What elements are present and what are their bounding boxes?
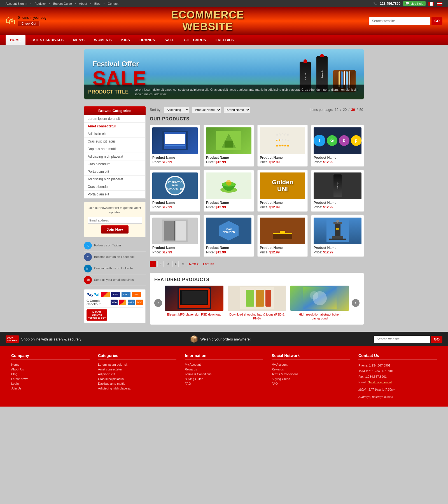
email-link[interactable]: ✉ Send us your email enquiries [84, 274, 146, 286]
register-link[interactable]: Register [34, 2, 46, 5]
product-card-9[interactable]: Product Name Price: $12.99 [150, 215, 200, 257]
footer-home[interactable]: Home [11, 363, 90, 366]
featured-item-1[interactable]: Elegant MP3 player skin PSD download [165, 286, 223, 321]
nav-gift-cards[interactable]: GIFT CARDS [179, 35, 210, 45]
page-5[interactable]: 5 [180, 261, 186, 267]
carousel-prev-button[interactable]: ‹ [154, 299, 162, 307]
featured-item-3[interactable]: High resolution abstract bokeh backgroun… [290, 286, 349, 321]
us-flag[interactable] [437, 2, 442, 6]
about-link[interactable]: About [79, 2, 87, 5]
search-input[interactable] [369, 17, 430, 25]
nav-latest-arrivals[interactable]: LATEST ARRIVALS [26, 35, 68, 45]
product-card-6[interactable]: Product Name Price: $12.99 [204, 170, 254, 212]
nav-brands[interactable]: BRANDS [135, 35, 160, 45]
cat-item-4[interactable]: Dapibus ante mattis [84, 145, 145, 153]
cat-item-2[interactable]: Adipiscin elit [84, 130, 145, 138]
buyers-guide-link[interactable]: Buyers Guide [53, 2, 72, 5]
featured-item-2[interactable]: Download shopping bag & icons (PSD & PNG… [228, 286, 286, 321]
cat-item-10[interactable]: Porta diam elit [84, 191, 145, 198]
live-help-button[interactable]: 💬 Live Help [403, 1, 426, 6]
facebook-link[interactable]: f Become our fan on Facebook [84, 251, 146, 263]
cat-item-0[interactable]: Lorem ipsum dolor sit [84, 115, 145, 123]
carousel-next-button[interactable]: › [352, 299, 360, 307]
cat-item-5[interactable]: Adipiscing nibh placerat [84, 153, 145, 160]
product-card-8[interactable]: brandly Product Name Price: $12.99 [311, 170, 364, 212]
product-card-4[interactable]: t G b p Product Name Price: $12.99 [311, 125, 364, 167]
product-card-5[interactable]: SATISFACTION100%GUARANTEE Product Name P… [150, 170, 200, 212]
footer-social-terms[interactable]: Terms & Conditions [272, 372, 350, 376]
twitter-link[interactable]: t Follow us on Twitter [84, 240, 146, 251]
ipp-30[interactable]: 30 [351, 108, 355, 112]
account-signin-link[interactable]: Account Sign In [6, 2, 27, 5]
product-card-11[interactable]: Product Name Price: $12.99 [257, 215, 308, 257]
page-3[interactable]: 3 [165, 261, 171, 267]
featured-name-3: High resolution abstract bokeh backgroun… [290, 312, 349, 321]
product-card-10[interactable]: 100%SECURED Product Name Price: $12.99 [204, 215, 254, 257]
ipp-12[interactable]: 12 [335, 108, 339, 112]
search-go-button[interactable]: GO [431, 17, 442, 25]
cat-item-9[interactable]: Cras bibendum [84, 183, 145, 191]
product-name-2: Product Name [206, 156, 251, 160]
footer-latest-news[interactable]: Latest News [11, 377, 90, 381]
footer-terms[interactable]: Terms & Conditions [185, 372, 263, 376]
page-last[interactable]: Last >> [202, 262, 216, 266]
cat-item-6[interactable]: Cras bibendum [84, 160, 145, 168]
nav-mens[interactable]: MEN'S [69, 35, 89, 45]
footer-my-account[interactable]: My Account [185, 363, 263, 366]
contact-link[interactable]: Contact [108, 2, 118, 5]
footer-join-us[interactable]: Join Us [11, 387, 90, 390]
footer-cat-1[interactable]: Lorem ipsum dolor sit [98, 363, 176, 366]
product-card-12[interactable]: Product Name Price: $12.99 [311, 215, 364, 257]
newsletter-email-input[interactable] [88, 217, 142, 224]
footer-search-go-button[interactable]: GO [431, 336, 442, 343]
footer-cat-6[interactable]: Adipiscing nibh placerat [98, 387, 176, 390]
brand-icon-p: p [351, 135, 361, 146]
category-list: Lorem ipsum dolor sit Amet consectetur A… [84, 115, 146, 199]
cat-item-1[interactable]: Amet consectetur [84, 123, 145, 130]
footer-cat-4[interactable]: Cras suscipit lacus [98, 377, 176, 381]
footer-buying-guide[interactable]: Buying Guide [185, 377, 263, 381]
sort-ascending-select[interactable]: Ascending Descending [164, 106, 190, 113]
footer-social-rewards[interactable]: Rewards [272, 368, 350, 371]
footer-search-input[interactable] [374, 336, 430, 343]
product-card-3[interactable]: ☆☆☆☆☆ ★★☆☆☆ ★★★★★ Product Name Price: $1… [257, 125, 308, 167]
mc-logo-2 [119, 300, 126, 305]
blog-link[interactable]: Blog [94, 2, 101, 5]
nav-freebies[interactable]: FREEBIES [211, 35, 238, 45]
page-next[interactable]: Next > [188, 262, 200, 266]
sort-product-name-select[interactable]: Product Name Price Date [192, 106, 221, 113]
footer-cat-3[interactable]: Adipiscin elit [98, 372, 176, 376]
sort-brand-name-select[interactable]: Brand Name Brand A Brand B [223, 106, 250, 113]
join-now-button[interactable]: Join Now [101, 225, 129, 234]
footer-about-us[interactable]: About Us [11, 368, 90, 371]
page-1[interactable]: 1 [150, 261, 156, 267]
product-card-2[interactable]: Product Name Price: $12.99 [204, 125, 254, 167]
nav-home[interactable]: HOME [6, 35, 25, 45]
footer-rewards[interactable]: Rewards [185, 368, 263, 371]
product-card-1[interactable]: Product Name Price: $12.99 [150, 125, 200, 167]
footer-cat-2[interactable]: Amet consectetur [98, 368, 176, 371]
nav-womens[interactable]: WOMEN'S [90, 35, 116, 45]
footer-faq[interactable]: FAQ [185, 382, 263, 385]
page-4[interactable]: 4 [172, 261, 179, 267]
footer-cat-5[interactable]: Dapibus ante mattis [98, 382, 176, 385]
nav-kids[interactable]: KIDS [117, 35, 134, 45]
footer-social-my-account[interactable]: My Account [272, 363, 350, 366]
nav-sale[interactable]: SALE [160, 35, 179, 45]
footer-blog[interactable]: Blog [11, 372, 90, 376]
cat-item-7[interactable]: Porta diam elit [84, 168, 145, 176]
ipp-50[interactable]: 50 [360, 108, 363, 112]
ipp-20[interactable]: 20 [343, 108, 347, 112]
footer-email-label: Email: [358, 381, 367, 384]
page-2[interactable]: 2 [157, 261, 164, 267]
product-card-7[interactable]: GoldenUNI Product Name Price: $12.99 [257, 170, 308, 212]
cat-item-3[interactable]: Cras suscipit lacus [84, 138, 145, 145]
footer-social-faq[interactable]: FAQ [272, 382, 350, 385]
checkout-button[interactable]: Check Out [18, 21, 40, 26]
footer-social-buying-guide[interactable]: Buying Guide [272, 377, 350, 381]
linkedin-link[interactable]: in Connect with us on LinkedIn [84, 263, 146, 274]
cat-item-8[interactable]: Adipiscing nibh placerat [84, 176, 145, 183]
canada-flag[interactable] [428, 2, 434, 6]
footer-email-link[interactable]: Send us an email [368, 381, 392, 384]
footer-login[interactable]: Login [11, 382, 90, 385]
